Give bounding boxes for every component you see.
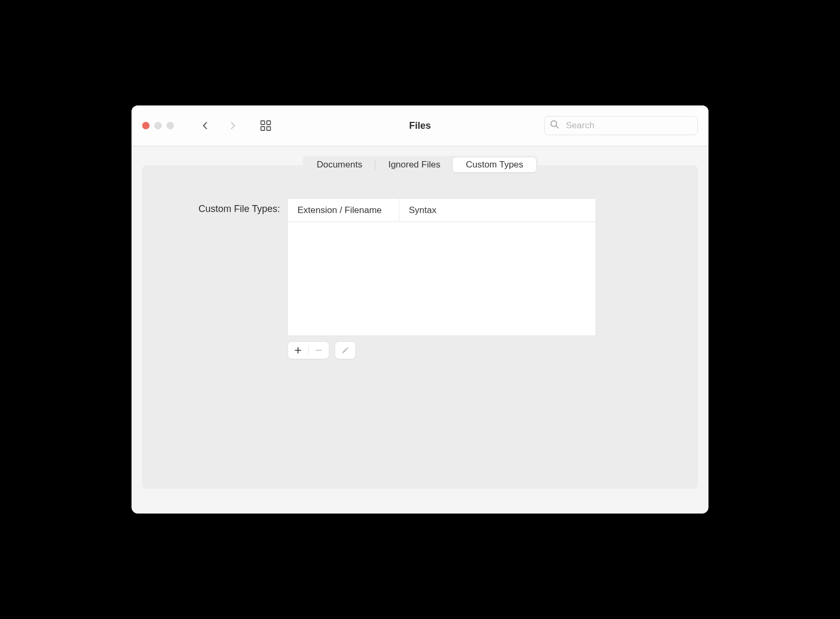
nav-buttons xyxy=(199,120,239,131)
add-remove-group xyxy=(287,341,329,359)
table-body[interactable] xyxy=(288,222,596,335)
back-button[interactable] xyxy=(199,120,211,131)
column-header-extension[interactable]: Extension / Filename xyxy=(288,199,399,222)
search-container xyxy=(544,116,698,135)
forward-button[interactable] xyxy=(227,120,239,131)
add-button[interactable] xyxy=(288,342,308,359)
column-header-syntax[interactable]: Syntax xyxy=(399,199,596,222)
custom-file-types-label: Custom File Types: xyxy=(163,198,280,215)
show-all-button[interactable] xyxy=(259,119,273,132)
content-area: Documents Ignored Files Custom Types Cus… xyxy=(132,146,708,514)
svg-rect-3 xyxy=(267,127,270,130)
tab-documents[interactable]: Documents xyxy=(304,157,375,172)
zoom-window-button[interactable] xyxy=(167,122,174,129)
close-window-button[interactable] xyxy=(142,122,150,129)
search-input[interactable] xyxy=(544,116,698,135)
table-actions xyxy=(287,341,596,359)
remove-button[interactable] xyxy=(309,342,329,359)
edit-group xyxy=(335,341,356,359)
tab-group: Documents Ignored Files Custom Types xyxy=(303,156,537,174)
svg-rect-2 xyxy=(261,127,265,130)
edit-button[interactable] xyxy=(335,342,355,359)
pencil-icon xyxy=(341,346,349,355)
tab-ignored-files[interactable]: Ignored Files xyxy=(375,157,453,172)
chevron-right-icon xyxy=(228,120,238,131)
custom-file-types-table-container: Extension / Filename Syntax xyxy=(287,198,596,359)
minimize-window-button[interactable] xyxy=(154,122,162,129)
custom-file-types-table[interactable]: Extension / Filename Syntax xyxy=(287,198,596,336)
chevron-left-icon xyxy=(200,120,211,131)
svg-rect-1 xyxy=(267,121,270,125)
custom-file-types-row: Custom File Types: Extension / Filename … xyxy=(163,198,677,359)
window-controls xyxy=(142,122,174,129)
toolbar: Files xyxy=(132,105,708,146)
page-title: Files xyxy=(409,120,431,131)
plus-icon xyxy=(293,346,303,355)
tab-custom-types[interactable]: Custom Types xyxy=(453,157,536,172)
svg-rect-0 xyxy=(261,121,265,125)
grid-icon xyxy=(259,119,272,132)
minus-icon xyxy=(314,346,323,355)
custom-types-panel: Custom File Types: Extension / Filename … xyxy=(142,165,698,489)
preferences-window: Files Documents Ignored Files Custom Typ… xyxy=(132,105,708,514)
table-header: Extension / Filename Syntax xyxy=(288,199,596,222)
